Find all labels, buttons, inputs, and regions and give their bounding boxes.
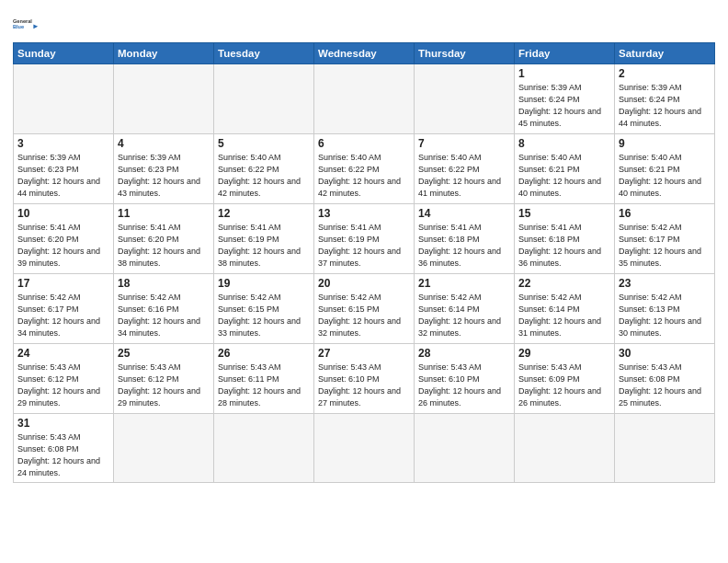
day-number: 18 <box>118 277 210 290</box>
weekday-header-monday: Monday <box>114 43 214 64</box>
svg-text:Blue: Blue <box>13 24 24 29</box>
calendar-cell: 20Sunrise: 5:42 AM Sunset: 6:15 PM Dayli… <box>314 274 415 344</box>
day-number: 17 <box>17 277 109 290</box>
calendar-cell <box>214 64 314 134</box>
calendar-cell: 10Sunrise: 5:41 AM Sunset: 6:20 PM Dayli… <box>14 204 114 274</box>
calendar-week-row: 10Sunrise: 5:41 AM Sunset: 6:20 PM Dayli… <box>14 204 715 274</box>
day-number: 13 <box>318 207 410 220</box>
day-info: Sunrise: 5:39 AM Sunset: 6:23 PM Dayligh… <box>17 152 109 200</box>
day-info: Sunrise: 5:42 AM Sunset: 6:15 PM Dayligh… <box>218 292 310 339</box>
calendar-cell: 6Sunrise: 5:40 AM Sunset: 6:22 PM Daylig… <box>314 134 415 204</box>
generalblue-logo-icon: GeneralBlue <box>13 11 39 37</box>
calendar-week-row: 3Sunrise: 5:39 AM Sunset: 6:23 PM Daylig… <box>14 134 715 204</box>
day-number: 31 <box>17 417 109 430</box>
calendar-cell: 25Sunrise: 5:43 AM Sunset: 6:12 PM Dayli… <box>114 344 214 414</box>
logo: GeneralBlue <box>13 11 39 37</box>
weekday-header-saturday: Saturday <box>615 43 715 64</box>
calendar-cell <box>615 414 715 483</box>
day-info: Sunrise: 5:43 AM Sunset: 6:10 PM Dayligh… <box>418 362 510 409</box>
day-number: 29 <box>518 347 610 360</box>
day-info: Sunrise: 5:41 AM Sunset: 6:20 PM Dayligh… <box>118 222 210 270</box>
day-number: 19 <box>218 277 310 290</box>
day-number: 9 <box>619 137 711 150</box>
weekday-header-thursday: Thursday <box>415 43 515 64</box>
day-number: 20 <box>318 277 410 290</box>
calendar-cell: 30Sunrise: 5:43 AM Sunset: 6:08 PM Dayli… <box>615 344 715 414</box>
calendar-cell: 7Sunrise: 5:40 AM Sunset: 6:22 PM Daylig… <box>415 134 515 204</box>
calendar-cell: 29Sunrise: 5:43 AM Sunset: 6:09 PM Dayli… <box>515 344 615 414</box>
calendar-cell: 3Sunrise: 5:39 AM Sunset: 6:23 PM Daylig… <box>14 134 114 204</box>
calendar-cell: 27Sunrise: 5:43 AM Sunset: 6:10 PM Dayli… <box>314 344 415 414</box>
day-number: 26 <box>218 347 310 360</box>
day-number: 25 <box>118 347 210 360</box>
calendar-cell <box>114 414 214 483</box>
day-info: Sunrise: 5:42 AM Sunset: 6:16 PM Dayligh… <box>118 292 210 339</box>
calendar-cell <box>515 414 615 483</box>
day-number: 11 <box>118 207 210 220</box>
calendar-cell <box>314 414 415 483</box>
day-number: 12 <box>218 207 310 220</box>
day-info: Sunrise: 5:40 AM Sunset: 6:22 PM Dayligh… <box>318 152 410 200</box>
day-info: Sunrise: 5:40 AM Sunset: 6:21 PM Dayligh… <box>619 152 711 200</box>
calendar-cell: 26Sunrise: 5:43 AM Sunset: 6:11 PM Dayli… <box>214 344 314 414</box>
calendar-cell: 24Sunrise: 5:43 AM Sunset: 6:12 PM Dayli… <box>14 344 114 414</box>
calendar-cell: 1Sunrise: 5:39 AM Sunset: 6:24 PM Daylig… <box>515 64 615 134</box>
day-info: Sunrise: 5:42 AM Sunset: 6:13 PM Dayligh… <box>619 292 711 339</box>
weekday-header-sunday: Sunday <box>14 43 114 64</box>
day-info: Sunrise: 5:39 AM Sunset: 6:23 PM Dayligh… <box>118 152 210 200</box>
header: GeneralBlue <box>13 11 715 37</box>
calendar-week-row: 24Sunrise: 5:43 AM Sunset: 6:12 PM Dayli… <box>14 344 715 414</box>
day-number: 23 <box>619 277 711 290</box>
day-info: Sunrise: 5:42 AM Sunset: 6:17 PM Dayligh… <box>619 222 711 270</box>
calendar-cell: 28Sunrise: 5:43 AM Sunset: 6:10 PM Dayli… <box>415 344 515 414</box>
calendar-table: SundayMondayTuesdayWednesdayThursdayFrid… <box>13 42 715 483</box>
day-number: 2 <box>619 67 711 80</box>
calendar-cell: 18Sunrise: 5:42 AM Sunset: 6:16 PM Dayli… <box>114 274 214 344</box>
day-info: Sunrise: 5:42 AM Sunset: 6:14 PM Dayligh… <box>418 292 510 339</box>
day-number: 4 <box>118 137 210 150</box>
calendar-cell: 2Sunrise: 5:39 AM Sunset: 6:24 PM Daylig… <box>615 64 715 134</box>
day-number: 28 <box>418 347 510 360</box>
day-number: 27 <box>318 347 410 360</box>
calendar-cell: 5Sunrise: 5:40 AM Sunset: 6:22 PM Daylig… <box>214 134 314 204</box>
calendar-cell: 9Sunrise: 5:40 AM Sunset: 6:21 PM Daylig… <box>615 134 715 204</box>
day-info: Sunrise: 5:40 AM Sunset: 6:22 PM Dayligh… <box>218 152 310 200</box>
page: GeneralBlue SundayMondayTuesdayWednesday… <box>0 0 728 563</box>
day-info: Sunrise: 5:41 AM Sunset: 6:18 PM Dayligh… <box>518 222 610 270</box>
day-number: 16 <box>619 207 711 220</box>
calendar-week-row: 17Sunrise: 5:42 AM Sunset: 6:17 PM Dayli… <box>14 274 715 344</box>
day-info: Sunrise: 5:42 AM Sunset: 6:14 PM Dayligh… <box>518 292 610 339</box>
day-info: Sunrise: 5:40 AM Sunset: 6:21 PM Dayligh… <box>518 152 610 200</box>
day-info: Sunrise: 5:42 AM Sunset: 6:17 PM Dayligh… <box>17 292 109 339</box>
calendar-cell: 12Sunrise: 5:41 AM Sunset: 6:19 PM Dayli… <box>214 204 314 274</box>
svg-marker-2 <box>33 24 38 29</box>
day-info: Sunrise: 5:41 AM Sunset: 6:18 PM Dayligh… <box>418 222 510 270</box>
calendar-cell: 19Sunrise: 5:42 AM Sunset: 6:15 PM Dayli… <box>214 274 314 344</box>
day-number: 3 <box>17 137 109 150</box>
day-number: 15 <box>518 207 610 220</box>
day-number: 24 <box>17 347 109 360</box>
day-number: 10 <box>17 207 109 220</box>
calendar-cell: 22Sunrise: 5:42 AM Sunset: 6:14 PM Dayli… <box>515 274 615 344</box>
calendar-cell <box>314 64 415 134</box>
calendar-cell: 14Sunrise: 5:41 AM Sunset: 6:18 PM Dayli… <box>415 204 515 274</box>
calendar-cell: 15Sunrise: 5:41 AM Sunset: 6:18 PM Dayli… <box>515 204 615 274</box>
day-info: Sunrise: 5:43 AM Sunset: 6:10 PM Dayligh… <box>318 362 410 409</box>
calendar-cell: 16Sunrise: 5:42 AM Sunset: 6:17 PM Dayli… <box>615 204 715 274</box>
day-info: Sunrise: 5:43 AM Sunset: 6:09 PM Dayligh… <box>518 362 610 409</box>
calendar-cell: 21Sunrise: 5:42 AM Sunset: 6:14 PM Dayli… <box>415 274 515 344</box>
day-info: Sunrise: 5:43 AM Sunset: 6:08 PM Dayligh… <box>17 431 109 479</box>
calendar-week-row: 31Sunrise: 5:43 AM Sunset: 6:08 PM Dayli… <box>14 414 715 483</box>
weekday-header-friday: Friday <box>515 43 615 64</box>
day-number: 30 <box>619 347 711 360</box>
calendar-cell: 17Sunrise: 5:42 AM Sunset: 6:17 PM Dayli… <box>14 274 114 344</box>
day-number: 22 <box>518 277 610 290</box>
day-info: Sunrise: 5:41 AM Sunset: 6:19 PM Dayligh… <box>218 222 310 270</box>
day-number: 21 <box>418 277 510 290</box>
calendar-cell: 23Sunrise: 5:42 AM Sunset: 6:13 PM Dayli… <box>615 274 715 344</box>
weekday-header-wednesday: Wednesday <box>314 43 415 64</box>
day-info: Sunrise: 5:43 AM Sunset: 6:08 PM Dayligh… <box>619 362 711 409</box>
calendar-cell <box>415 414 515 483</box>
calendar-cell: 4Sunrise: 5:39 AM Sunset: 6:23 PM Daylig… <box>114 134 214 204</box>
day-number: 7 <box>418 137 510 150</box>
